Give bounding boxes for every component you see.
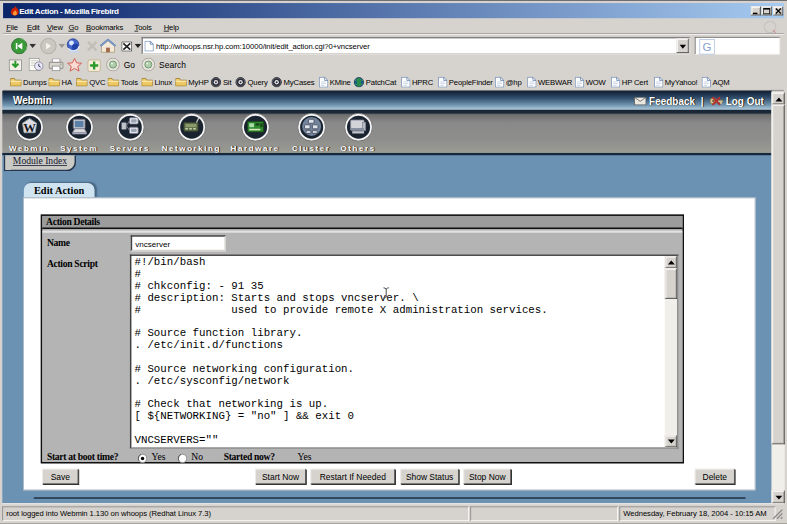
svg-text:W: W [23, 121, 36, 135]
